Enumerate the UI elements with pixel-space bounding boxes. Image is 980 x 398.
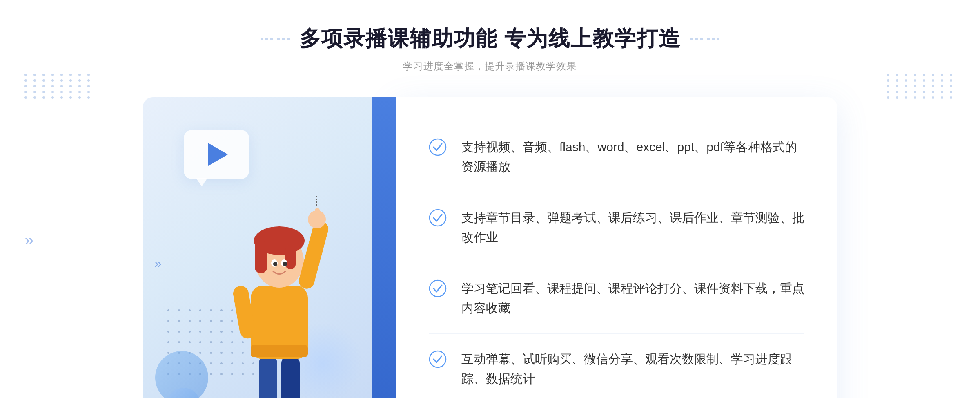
left-decorator (261, 38, 290, 40)
svg-point-17 (273, 262, 277, 266)
deco-arrow-left: » (24, 231, 33, 249)
arrow-left-decoration: » (154, 255, 162, 271)
svg-rect-13 (315, 208, 320, 222)
deco-dots-topleft (24, 74, 93, 99)
svg-rect-8 (255, 241, 267, 273)
svg-point-22 (430, 351, 446, 367)
feature-text-2: 支持章节目录、弹题考试、课后练习、课后作业、章节测验、批改作业 (461, 208, 804, 247)
feature-text-4: 互动弹幕、试听购买、微信分享、观看次数限制、学习进度跟踪、数据统计 (461, 349, 804, 389)
blue-accent-bar (372, 97, 396, 398)
play-icon (208, 143, 228, 166)
svg-point-20 (430, 210, 446, 226)
title-row: 多项录播课辅助功能 专为线上教学打造 (261, 25, 719, 53)
svg-rect-9 (285, 245, 296, 269)
feature-item-1: 支持视频、音频、flash、word、excel、ppt、pdf等各种格式的资源… (429, 122, 804, 192)
dots-grid-right (887, 74, 956, 99)
feature-item-4: 互动弹幕、试听购买、微信分享、观看次数限制、学习进度跟踪、数据统计 (429, 334, 804, 398)
svg-rect-0 (259, 355, 277, 398)
features-panel: 支持视频、音频、flash、word、excel、ppt、pdf等各种格式的资源… (396, 97, 837, 398)
play-bubble (184, 130, 249, 179)
content-area: » (143, 97, 837, 398)
header-section: 多项录播课辅助功能 专为线上教学打造 学习进度全掌握，提升录播课教学效果 (261, 25, 719, 73)
feature-text-3: 学习笔记回看、课程提问、课程评论打分、课件资料下载，重点内容收藏 (461, 279, 804, 318)
illustration-panel: » (143, 97, 396, 398)
check-icon-1 (429, 138, 447, 156)
svg-point-21 (430, 280, 446, 297)
page-container: 多项录播课辅助功能 专为线上教学打造 学习进度全掌握，提升录播课教学效果 (0, 0, 980, 398)
check-icon-3 (429, 279, 447, 297)
main-title: 多项录播课辅助功能 专为线上教学打造 (299, 25, 681, 53)
svg-rect-5 (251, 345, 308, 357)
deco-dots-topright (887, 74, 956, 99)
svg-rect-1 (281, 355, 300, 398)
check-icon-2 (429, 209, 447, 227)
subtitle: 学习进度全掌握，提升录播课教学效果 (261, 60, 719, 73)
svg-point-19 (430, 139, 446, 155)
dots-grid-left (24, 74, 93, 99)
feature-text-1: 支持视频、音频、flash、word、excel、ppt、pdf等各种格式的资源… (461, 137, 804, 177)
feature-item-3: 学习笔记回看、课程提问、课程评论打分、课件资料下载，重点内容收藏 (429, 263, 804, 334)
right-decorator (690, 38, 719, 40)
person-figure (214, 196, 353, 398)
check-icon-4 (429, 350, 447, 368)
feature-item-2: 支持章节目录、弹题考试、课后练习、课后作业、章节测验、批改作业 (429, 192, 804, 263)
svg-point-18 (283, 262, 287, 266)
